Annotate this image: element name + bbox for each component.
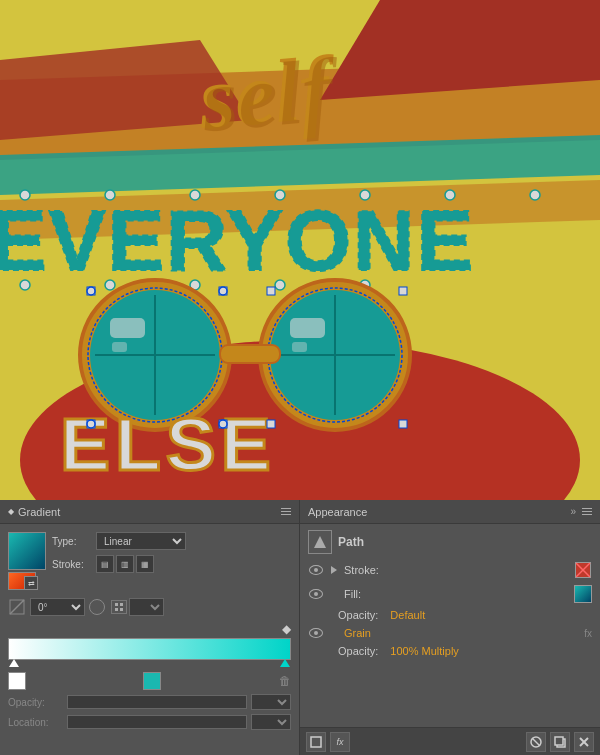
gradient-title-text: Gradient	[18, 506, 60, 518]
angle-area: 0°	[8, 598, 291, 616]
grain-label: Grain	[344, 627, 371, 639]
stroke-color-swatch[interactable]	[574, 561, 592, 579]
new-layer-button[interactable]	[306, 732, 326, 752]
gradient-stop-left[interactable]	[9, 659, 19, 667]
menu-line-3	[281, 514, 291, 515]
fill-color-swatch[interactable]	[574, 585, 592, 603]
type-row: Type: Linear	[52, 532, 291, 550]
location-slider[interactable]	[67, 715, 247, 729]
gradient-panel-header: ◆ Gradient	[0, 500, 299, 524]
stroke-btn-3[interactable]: ▦	[136, 555, 154, 573]
gradient-swap-icon[interactable]: ⇄	[24, 576, 38, 590]
white-gradient-swatch[interactable]	[8, 672, 26, 690]
double-arrow-icon[interactable]: »	[570, 506, 576, 517]
no-fill-button[interactable]	[526, 732, 546, 752]
circle-icon[interactable]	[89, 599, 105, 615]
opacity-row: Opacity:	[8, 694, 291, 710]
stroke-btn-2[interactable]: ▥	[116, 555, 134, 573]
appearance-panel-header: Appearance »	[300, 500, 600, 524]
canvas-area: self self EVERYONE EVERYONE	[0, 0, 600, 500]
svg-rect-53	[0, 0, 600, 500]
fx-icon-label[interactable]: fx	[584, 628, 592, 639]
svg-rect-64	[311, 737, 321, 747]
gradient-bottom-icons: 🗑	[8, 672, 291, 690]
gradient-bar-area: ◆	[8, 622, 291, 660]
type-select[interactable]: Linear	[96, 532, 186, 550]
teal-gradient-swatch[interactable]	[143, 672, 161, 690]
menu-line-2	[281, 511, 291, 512]
opacity-slider[interactable]	[67, 695, 247, 709]
extra-icons	[111, 598, 164, 616]
stroke-buttons: ▤ ▥ ▦	[96, 555, 154, 573]
fx-button[interactable]: fx	[330, 732, 350, 752]
appearance-panel-icons: »	[570, 506, 592, 517]
multiply-item: Opacity: 100% Multiply	[308, 644, 592, 658]
gradient-diamond-marker: ◆	[8, 622, 291, 636]
svg-rect-58	[120, 603, 123, 606]
svg-rect-60	[120, 608, 123, 611]
location-row: Location:	[8, 714, 291, 730]
extra-select[interactable]	[129, 598, 164, 616]
header-diamond-icon: ◆	[8, 507, 14, 516]
stroke-play-icon[interactable]	[328, 564, 340, 576]
gradient-main-swatch[interactable]	[8, 532, 46, 570]
angle-select[interactable]: 0°	[30, 598, 85, 616]
appearance-panel: Appearance » Path	[300, 500, 600, 755]
opacity-label: Opacity:	[8, 697, 63, 708]
duplicate-button[interactable]	[550, 732, 570, 752]
fill-item-label: Fill:	[344, 588, 570, 600]
appearance-title-text: Appearance	[308, 506, 367, 518]
stroke-item-label: Stroke:	[344, 564, 570, 576]
gradient-panel-icons	[281, 508, 291, 515]
grid-icon[interactable]	[111, 600, 127, 614]
multiply-opacity-label: Opacity:	[338, 645, 378, 657]
svg-rect-57	[115, 603, 118, 606]
opacity-select[interactable]	[251, 694, 291, 710]
svg-line-66	[532, 738, 540, 746]
stroke-eye-icon[interactable]	[308, 564, 324, 576]
multiply-value[interactable]: 100% Multiply	[390, 645, 458, 657]
panels-area: ◆ Gradient ⇄	[0, 500, 600, 755]
trash-button[interactable]: 🗑	[279, 674, 291, 688]
opacity-default-item: Opacity: Default	[308, 608, 592, 622]
angle-icon	[8, 598, 26, 616]
gradient-panel-title: ◆ Gradient	[8, 506, 60, 518]
svg-marker-61	[314, 536, 326, 548]
gradient-panel-menu[interactable]	[281, 508, 291, 515]
path-label: Path	[338, 535, 364, 549]
illustration-svg: self self EVERYONE EVERYONE	[0, 0, 600, 500]
location-label: Location:	[8, 717, 63, 728]
menu-line-a2	[582, 511, 592, 512]
appearance-panel-menu[interactable]	[582, 508, 592, 515]
fill-item: Fill:	[308, 584, 592, 604]
opacity-value[interactable]: Default	[390, 609, 425, 621]
grain-item: Grain fx	[308, 626, 592, 640]
type-label: Type:	[52, 536, 92, 547]
appearance-panel-title: Appearance	[308, 506, 367, 518]
fill-eye-icon[interactable]	[308, 588, 324, 600]
menu-line-a1	[582, 508, 592, 509]
menu-line-a3	[582, 514, 592, 515]
menu-line-1	[281, 508, 291, 509]
path-thumbnail	[308, 530, 332, 554]
stroke-label: Stroke:	[52, 559, 92, 570]
stroke-btn-1[interactable]: ▤	[96, 555, 114, 573]
delete-button[interactable]	[574, 732, 594, 752]
svg-rect-59	[115, 608, 118, 611]
appearance-body: Path Stroke:	[300, 524, 600, 727]
stroke-item: Stroke:	[308, 560, 592, 580]
grain-eye-icon[interactable]	[308, 627, 324, 639]
opacity-item-label: Opacity:	[338, 609, 378, 621]
gradient-panel-body: ⇄ Type: Linear Stroke:	[0, 524, 299, 755]
path-row: Path	[308, 530, 592, 554]
svg-line-55	[10, 600, 24, 614]
gradient-stop-right[interactable]	[280, 659, 290, 667]
stroke-row: Stroke: ▤ ▥ ▦	[52, 555, 291, 573]
appearance-bottom-bar: fx	[300, 727, 600, 755]
svg-rect-68	[555, 737, 563, 745]
location-select[interactable]	[251, 714, 291, 730]
gradient-bar[interactable]	[8, 638, 291, 660]
gradient-panel: ◆ Gradient ⇄	[0, 500, 300, 755]
